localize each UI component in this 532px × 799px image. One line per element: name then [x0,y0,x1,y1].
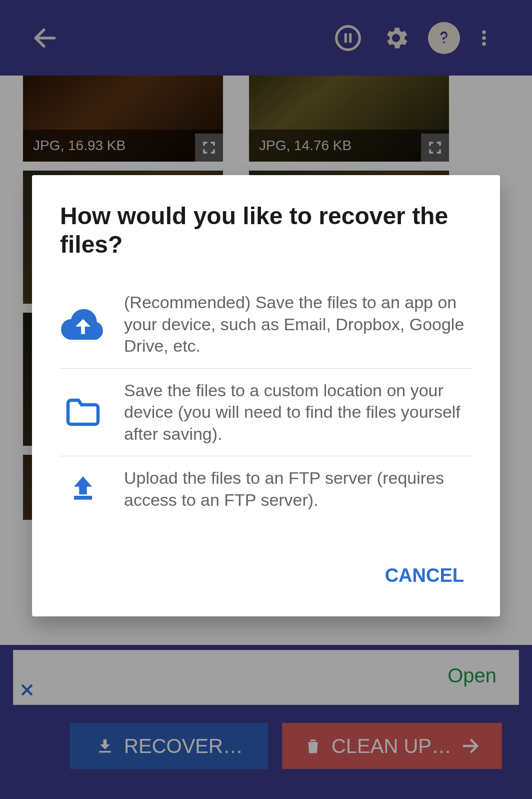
recover-option-cloud[interactable]: (Recommended) Save the files to an app o… [60,282,472,367]
recover-option-folder[interactable]: Save the files to a custom location on y… [60,370,472,455]
option-text: Save the files to a custom location on y… [124,380,472,445]
cancel-button[interactable]: CANCEL [377,555,472,596]
divider [60,456,472,456]
upload-icon [68,472,98,507]
dialog-title: How would you like to recover the files? [60,202,472,259]
cloud-upload-icon [60,309,106,341]
folder-icon [64,397,102,427]
recover-dialog: How would you like to recover the files?… [32,175,500,616]
recover-option-ftp[interactable]: Upload the files to an FTP server (requi… [60,457,472,521]
option-text: Upload the files to an FTP server (requi… [124,467,472,511]
divider [60,368,472,369]
option-text: (Recommended) Save the files to an app o… [124,292,472,357]
